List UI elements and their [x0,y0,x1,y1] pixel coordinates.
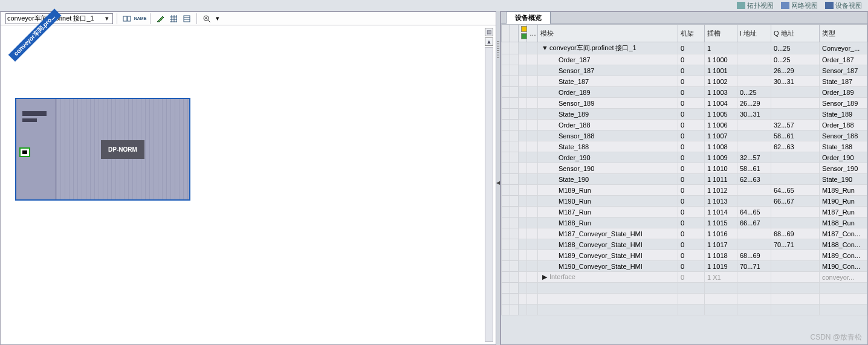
table-row[interactable]: M187_Run01 101464...65M187_Run [502,207,867,218]
splitter-arrow-icon[interactable]: ◀ [496,180,500,185]
toolbar-btn-grid[interactable] [167,13,180,24]
table-row[interactable]: M190_Conveyor_State_HMI01 101970...71M19… [502,261,867,272]
svg-rect-2 [184,16,190,22]
cell-iaddr [737,196,771,207]
cell-qaddr: 32...57 [771,120,820,131]
table-row[interactable]: M188_Run01 101566...67M188_Run [502,218,867,228]
hdr-type[interactable]: 类型 [820,25,867,42]
toolbar-btn-list[interactable] [181,13,193,24]
toolbar-btn-edit[interactable] [154,13,166,24]
cell-qaddr: 62...63 [771,141,820,152]
tab-topology-label: 拓扑视图 [747,1,774,10]
cell-slot: 1 1006 [705,120,737,131]
cell-qaddr: 0...25 [771,42,820,54]
cell-module: State_189 [538,109,678,120]
table-row[interactable]: Order_19001 100932...57Order_190 [502,152,867,163]
cell-qaddr: 66...67 [771,196,820,207]
cell-rack: 0 [678,120,705,131]
editor-pane: conveyor车间.profinet 接口_1 ▾ NAME ▾ convey… [0,11,496,345]
cell-rack: 0 [678,174,705,185]
cell-rack: 0 [678,163,705,174]
table-row[interactable]: State_18701 100230...31State_187 [502,76,867,87]
cell-slot: 1 1008 [705,141,737,152]
table-row-empty[interactable] [502,305,867,315]
device-label-strip-2 [22,118,37,122]
rail-collapse-icon[interactable]: ▤ [485,28,493,36]
cell-type: State_188 [820,141,867,152]
table-row[interactable]: M188_Conveyor_State_HMI01 101770...71M18… [502,239,867,250]
hdr-module[interactable]: 模块 [538,25,678,42]
hdr-dots[interactable]: … [527,25,538,42]
table-row[interactable]: M190_Run01 101366...67M190_Run [502,196,867,207]
cell-iaddr: 70...71 [737,261,771,272]
hdr-slot[interactable]: 插槽 [705,25,737,42]
toolbar-btn-name[interactable]: NAME [134,13,146,24]
cell-type: M187_Run [820,207,867,218]
table-row[interactable]: Sensor_18701 100126...29Sensor_187 [502,65,867,76]
table-row[interactable]: State_18801 100862...63State_188 [502,141,867,152]
cell-iaddr [737,120,771,131]
overview-tabs: 设备概览 [501,12,867,24]
cell-rack: 0 [678,196,705,207]
cell-slot: 1 1003 [705,87,737,98]
table-row[interactable]: State_19001 101162...63State_190 [502,174,867,185]
tab-topology[interactable]: 拓扑视图 [737,1,774,10]
view-tabs: 拓扑视图 网络视图 设备视图 [737,0,868,11]
cell-rack: 0 [678,42,705,54]
cell-rack: 0 [678,228,705,239]
table-row-empty[interactable] [502,294,867,305]
rail-track[interactable] [485,47,493,342]
hdr-iaddr[interactable]: I 地址 [737,25,771,42]
table-row-empty[interactable] [502,283,867,294]
table-row[interactable]: M189_Run01 101264...65M189_Run [502,185,867,196]
table-row[interactable]: State_18901 100530...31State_189 [502,109,867,120]
overview-pane: 设备概览 … 模块 机架 插槽 I 地址 [500,11,868,345]
tab-device-overview[interactable]: 设备概览 [506,11,551,24]
device-icon [825,2,834,9]
cell-type: M188_Run [820,218,867,228]
cell-slot: 1 X1 [705,272,737,283]
ethernet-port-icon[interactable] [19,147,30,157]
cell-type: Sensor_188 [820,131,867,141]
cell-module: Order_188 [538,120,678,131]
expand-icon[interactable]: ▼ [542,44,548,51]
table-row[interactable]: M189_Conveyor_State_HMI01 101868...69M18… [502,250,867,261]
cell-slot: 1 1004 [705,98,737,109]
toolbar-btn-zoom[interactable] [201,13,213,24]
cell-iaddr [737,65,771,76]
cell-type: Order_189 [820,87,867,98]
cell-qaddr: 70...71 [771,239,820,250]
cell-qaddr [771,207,820,218]
table-row[interactable]: Order_18901 10030...25Order_189 [502,87,867,98]
cell-type: State_189 [820,109,867,120]
table-row[interactable]: Sensor_18801 100758...61Sensor_188 [502,131,867,141]
table-row[interactable]: Order_18801 100632...57Order_188 [502,120,867,131]
cell-qaddr [771,163,820,174]
toolbar-btn-zoom-dd[interactable]: ▾ [214,13,221,24]
splitter[interactable]: ◀ [496,11,500,345]
dp-norm-label: DP-NORM [101,140,144,159]
hdr-qaddr[interactable]: Q 地址 [771,25,820,42]
device-head [16,99,56,199]
hdr-flag[interactable] [519,25,527,42]
table-row[interactable]: ▼ conveyor车间.profinet 接口_1010...25Convey… [502,42,867,54]
cell-type: conveyor... [820,272,867,283]
tab-device[interactable]: 设备视图 [825,1,862,10]
hdr-rack[interactable]: 机架 [678,25,705,42]
cell-rack: 0 [678,76,705,87]
cell-type: M189_Con... [820,250,867,261]
toolbar-btn-1[interactable] [121,13,133,24]
cell-iaddr [737,141,771,152]
table-row[interactable]: ▶ Interface01 X1conveyor... [502,272,867,283]
table-row[interactable]: Order_18701 10000...25Order_187 [502,54,867,65]
table-row[interactable]: Sensor_18901 100426...29Sensor_189 [502,98,867,109]
device-rack[interactable]: DP-NORM [15,98,190,201]
cell-qaddr [771,174,820,185]
editor-toolbar: conveyor车间.profinet 接口_1 ▾ NAME ▾ [1,12,496,25]
table-row[interactable]: M187_Conveyor_State_HMI01 101668...69M18… [502,228,867,239]
table-row[interactable]: Sensor_19001 101058...61Sensor_190 [502,163,867,174]
rail-up-icon[interactable]: ▲ [485,37,493,46]
tab-network[interactable]: 网络视图 [781,1,818,10]
expand-icon[interactable]: ▶ [542,273,548,281]
editor-canvas[interactable]: conveyor车间.pro... DP-NORM [1,25,496,344]
